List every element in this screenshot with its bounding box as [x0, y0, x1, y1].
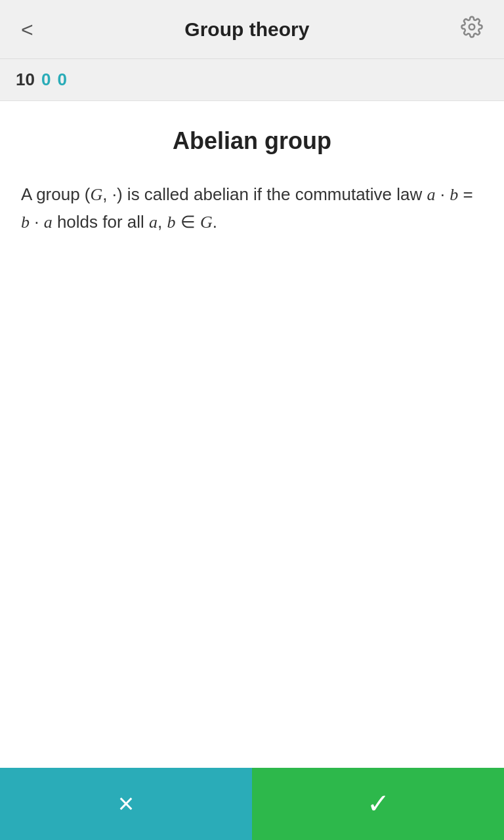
stats-total: 10	[16, 70, 35, 90]
app-header: < Group theory	[0, 0, 504, 59]
page-title: Group theory	[184, 18, 309, 41]
back-button[interactable]: <	[16, 14, 39, 45]
card-content: Abelian group A group (G, ·) is called a…	[0, 101, 504, 768]
card-title: Abelian group	[21, 127, 483, 155]
stats-bar: 10 0 0	[0, 59, 504, 101]
correct-button[interactable]: ✓	[252, 768, 504, 840]
wrong-icon: ×	[118, 790, 135, 818]
card-body: A group (G, ·) is called abelian if the …	[21, 181, 483, 236]
stats-correct: 0	[41, 70, 51, 90]
correct-icon: ✓	[367, 790, 390, 818]
bottom-bar: × ✓	[0, 768, 504, 840]
stats-incorrect: 0	[57, 70, 66, 90]
gear-icon[interactable]	[455, 10, 488, 48]
svg-point-0	[469, 24, 475, 30]
wrong-button[interactable]: ×	[0, 768, 252, 840]
